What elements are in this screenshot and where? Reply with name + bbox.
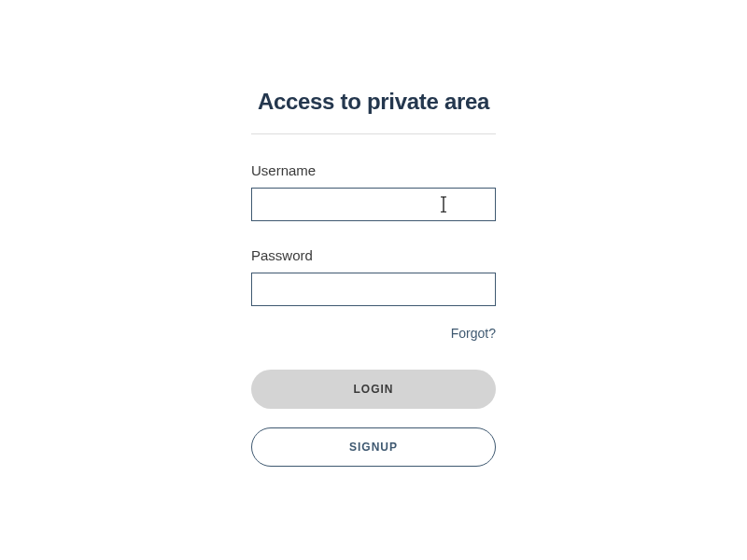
username-group: Username [251, 162, 496, 221]
divider [251, 133, 496, 134]
login-button[interactable]: LOGIN [251, 370, 496, 409]
signup-button[interactable]: SIGNUP [251, 427, 496, 467]
password-group: Password [251, 247, 496, 306]
forgot-row: Forgot? [251, 325, 496, 342]
password-label: Password [251, 247, 496, 263]
page-title: Access to private area [251, 89, 496, 115]
username-label: Username [251, 162, 496, 178]
login-card: Access to private area Username Password… [251, 89, 496, 467]
forgot-link[interactable]: Forgot? [451, 326, 496, 341]
password-input[interactable] [251, 273, 496, 306]
username-input[interactable] [251, 188, 496, 221]
